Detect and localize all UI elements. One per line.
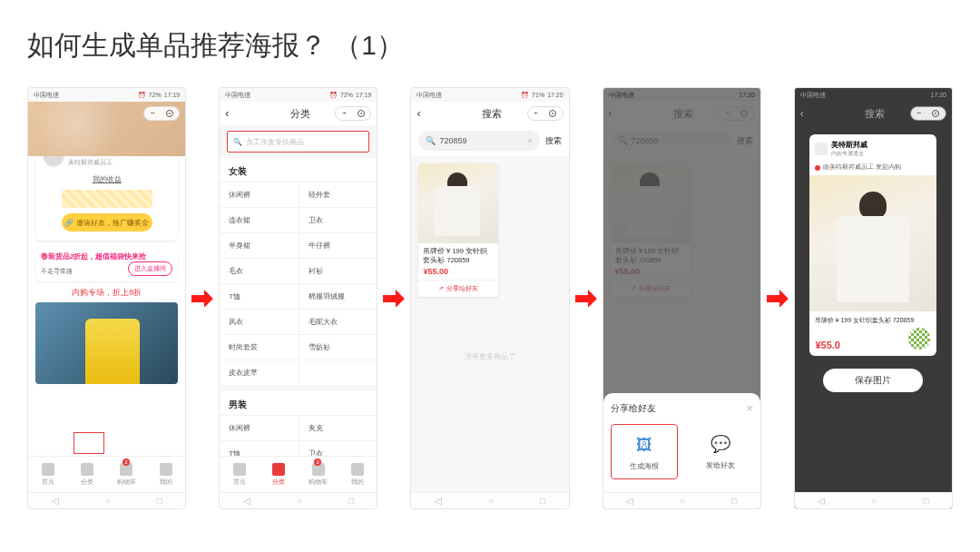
phone-step-1: 中国电信 ⏰72%17:19 ··· 碳晓 美特斯邦威员工 我的收益 bbox=[27, 87, 186, 509]
tab-home[interactable]: 首页 bbox=[220, 457, 259, 492]
my-earnings-link[interactable]: 我的收益 bbox=[43, 174, 171, 184]
android-nav: ◁○□ bbox=[795, 492, 952, 508]
brand-subtitle: 内购专属通道 bbox=[831, 150, 867, 158]
category-cell[interactable]: 连衣裙 bbox=[220, 208, 299, 233]
user-subtitle: 美特斯邦威员工 bbox=[68, 158, 113, 167]
earnings-amount-blurred bbox=[62, 190, 152, 208]
status-bar: 中国电信 ⏰71%17:20 bbox=[411, 88, 568, 102]
tab-mine[interactable]: 我的 bbox=[146, 457, 185, 492]
category-cell[interactable]: 毛衣 bbox=[220, 259, 299, 284]
product-image bbox=[418, 163, 498, 243]
section-women: 女装 bbox=[220, 158, 377, 182]
share-to-friend-button[interactable]: ↗ 分享给好友 bbox=[418, 280, 498, 297]
clear-icon[interactable]: × bbox=[527, 136, 532, 145]
poster-product-image bbox=[809, 175, 936, 311]
phone-step-3: 中国电信 ⏰71%17:20 ‹ 搜索 ··· 🔍 720859× 搜索 吊牌价… bbox=[410, 87, 569, 509]
product-price: ¥55.00 bbox=[418, 267, 498, 280]
category-cell[interactable]: 卫衣 bbox=[299, 208, 377, 233]
arrow-icon bbox=[383, 290, 405, 308]
status-bar: 中国电信 ⏰72%17:19 bbox=[220, 88, 377, 102]
category-cell[interactable]: 风衣 bbox=[220, 310, 299, 335]
android-nav: ◁○□ bbox=[603, 492, 760, 508]
miniprogram-capsule[interactable]: ··· bbox=[335, 106, 371, 121]
arrow-icon bbox=[191, 290, 213, 308]
search-go-button[interactable]: 搜索 bbox=[545, 135, 562, 147]
arrow-icon bbox=[575, 290, 597, 308]
miniprogram-capsule[interactable]: ··· bbox=[910, 106, 946, 121]
category-cell[interactable]: T恤 bbox=[220, 441, 299, 456]
highlight-category-tab bbox=[74, 432, 104, 454]
brand-name: 美特斯邦威 bbox=[831, 141, 867, 149]
category-cell[interactable]: 衬衫 bbox=[299, 259, 377, 284]
category-appbar: ‹ 分类 ··· bbox=[220, 102, 377, 125]
bottom-nav: 首页 分类 购物车2 我的 bbox=[28, 456, 185, 492]
category-cell[interactable]: 皮衣皮草 bbox=[220, 360, 299, 386]
category-cell[interactable]: 牛仔裤 bbox=[299, 233, 377, 259]
category-cell[interactable]: 时尚套装 bbox=[220, 335, 299, 360]
phone-step-4: 中国电信 17:20 ‹ 搜索 ··· 🔍 720859 搜索 吊牌价￥199 … bbox=[603, 87, 761, 509]
category-cell[interactable]: 毛呢大衣 bbox=[299, 310, 377, 335]
category-cell[interactable]: 轻外套 bbox=[299, 182, 377, 208]
poster-preview: 美特斯邦威 内购专属通道 由美特斯邦威员工 发起内购 吊牌价￥199 女针织套头… bbox=[809, 134, 936, 356]
tab-home[interactable]: 首页 bbox=[28, 457, 67, 492]
send-wechat-option[interactable]: 💬 发给好友 bbox=[687, 424, 753, 479]
poster-appbar: ‹ 搜索 ··· bbox=[795, 102, 952, 125]
tab-mine[interactable]: 我的 bbox=[338, 457, 377, 492]
steps-row: 中国电信 ⏰72%17:19 ··· 碳晓 美特斯邦威员工 我的收益 bbox=[27, 87, 953, 509]
category-cell[interactable]: T恤 bbox=[220, 284, 299, 310]
category-cell[interactable] bbox=[299, 360, 377, 386]
arrow-icon bbox=[767, 290, 789, 308]
enter-live-button[interactable]: 进入直播间 bbox=[128, 261, 172, 276]
android-nav: ◁○□ bbox=[411, 492, 568, 508]
tab-cart[interactable]: 购物车2 bbox=[299, 457, 338, 492]
miniprogram-capsule[interactable]: ··· bbox=[527, 106, 564, 121]
phone-step-2: 中国电信 ⏰72%17:19 ‹ 分类 ··· 🔍 员工亲友专供商品 女装 休闲… bbox=[219, 87, 377, 509]
invite-friend-button[interactable]: 🔗 邀请好友，推广赚奖金 bbox=[62, 213, 152, 232]
slide-title: 如何生成单品推荐海报？ （1） bbox=[27, 27, 953, 64]
men-category-grid: 休闲裤夹克T恤卫衣棉服羽绒服 bbox=[220, 416, 377, 456]
product-card[interactable]: 吊牌价￥199 女针织套头衫 720859 ¥55.00 ↗ 分享给好友 bbox=[418, 163, 498, 297]
tab-category[interactable]: 分类 bbox=[260, 457, 299, 492]
search-input[interactable]: 🔍 720859× bbox=[418, 131, 539, 151]
promo-title: 春装货品2折起，超值福袋快来抢 bbox=[41, 251, 172, 261]
category-cell[interactable]: 休闲裤 bbox=[220, 416, 299, 441]
category-cell[interactable]: 雪纺衫 bbox=[299, 335, 377, 360]
android-nav: ◁○□ bbox=[28, 492, 185, 508]
status-bar: 中国电信 17:20 bbox=[795, 88, 952, 102]
women-category-grid: 休闲裤轻外套连衣裙卫衣半身裙牛仔裤毛衣衬衫T恤棉服羽绒服风衣毛呢大衣时尚套装雪纺… bbox=[220, 182, 377, 386]
section-men: 男装 bbox=[220, 391, 377, 416]
miniprogram-capsule[interactable]: ··· bbox=[143, 106, 180, 121]
category-cell[interactable]: 夹克 bbox=[299, 416, 377, 441]
poster-product-price: ¥55.0 bbox=[815, 340, 840, 350]
poster-product-name: 吊牌价￥199 女针织套头衫 720859 bbox=[809, 311, 936, 327]
generate-poster-option[interactable]: 🖼 生成海报 bbox=[611, 424, 679, 479]
share-sheet: 分享给好友× 🖼 生成海报 💬 发给好友 bbox=[603, 393, 760, 492]
brand-logo bbox=[815, 143, 828, 155]
no-more-items: 没有更多商品了 bbox=[411, 351, 568, 361]
qr-code bbox=[907, 327, 931, 350]
category-cell[interactable]: 休闲裤 bbox=[220, 182, 299, 208]
search-input[interactable]: 🔍 员工亲友专供商品 bbox=[227, 131, 369, 153]
category-cell[interactable]: 卫衣 bbox=[299, 441, 377, 456]
category-cell[interactable]: 棉服羽绒服 bbox=[299, 284, 377, 310]
android-nav: ◁○□ bbox=[220, 492, 377, 508]
home-appbar: ··· bbox=[28, 102, 185, 125]
status-bar: 中国电信 ⏰72%17:19 bbox=[28, 88, 185, 102]
promo-card[interactable]: 春装货品2折起，超值福袋快来抢 不走寻常路 进入直播间 bbox=[35, 246, 178, 281]
save-image-button[interactable]: 保存图片 bbox=[823, 369, 923, 392]
product-name: 吊牌价￥199 女针织套头衫 720859 bbox=[418, 243, 498, 267]
section-header: 内购专场，折上8折 bbox=[28, 287, 185, 299]
initiator-line: 由美特斯邦威员工 发起内购 bbox=[809, 163, 936, 175]
tab-category[interactable]: 分类 bbox=[67, 457, 106, 492]
category-cell[interactable]: 半身裙 bbox=[220, 233, 299, 259]
tab-cart[interactable]: 购物车2 bbox=[107, 457, 146, 492]
phone-step-5: 中国电信 17:20 ‹ 搜索 ··· 美特斯邦威 内购专属通道 bbox=[794, 87, 953, 509]
sheet-title: 分享给好友 bbox=[611, 402, 656, 415]
product-banner[interactable] bbox=[35, 302, 178, 384]
close-icon[interactable]: × bbox=[747, 402, 753, 415]
bottom-nav: 首页 分类 购物车2 我的 bbox=[220, 456, 377, 492]
search-appbar: ‹ 搜索 ··· bbox=[411, 102, 568, 125]
